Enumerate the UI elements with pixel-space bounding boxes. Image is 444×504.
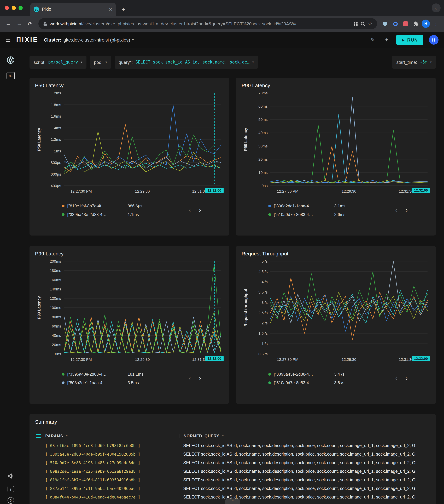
pod-dropdown[interactable]: pod: ▾	[90, 56, 111, 69]
charts-grid: P50 Latency 2ms1.8ms1.6ms1.4ms1.2ms1ms80…	[30, 78, 436, 404]
search-icon[interactable]	[361, 21, 365, 26]
legend-prev-icon[interactable]: ‹	[189, 207, 191, 213]
script-value: px/sql_query	[48, 60, 78, 65]
svg-text:2.5 /s: 2.5 /s	[258, 311, 268, 315]
svg-text:600µs: 600µs	[51, 172, 61, 177]
extension-red-icon[interactable]	[401, 19, 410, 28]
back-button[interactable]: ←	[3, 19, 13, 29]
p90-latency-chart[interactable]: 70ms60ms50ms40ms30ms20ms10ms0ns12:27:30 …	[241, 90, 430, 200]
svg-text:1.6ms: 1.6ms	[51, 114, 61, 118]
svg-text:12:29:30: 12:29:30	[342, 357, 356, 362]
table-row[interactable]: [ 808a2de1-1aaa-4c25-a9b9-6612e8f29a38 ]…	[35, 467, 430, 475]
browser-menu-icon[interactable]: ⋮	[431, 21, 441, 27]
browser-toolbar: ← → ⟳ work.withpixie.ai/live/clusters/gk…	[0, 16, 444, 32]
svg-text:12:32:00: 12:32:00	[414, 188, 428, 192]
legend-next-icon[interactable]: ›	[406, 375, 408, 381]
extension-shield-icon[interactable]	[380, 19, 390, 28]
chevron-down-icon: ▾	[105, 60, 107, 64]
window-minimize-button[interactable]	[12, 6, 16, 10]
svg-text:1ms: 1ms	[54, 149, 61, 153]
svg-text:100ms: 100ms	[50, 306, 61, 310]
table-row[interactable]: [ 819e1fbf-8b7e-4f6d-811f-693534916a8b ]…	[35, 475, 430, 484]
start-time-dropdown[interactable]: start_time: -5m ▾	[392, 56, 436, 69]
chevron-down-icon: ▾	[132, 38, 134, 41]
legend-value: 3.4 /s	[334, 372, 344, 377]
p50-latency-chart[interactable]: 2ms1.8ms1.6ms1.4ms1.2ms1ms800µs600µs400µ…	[35, 90, 224, 200]
legend-value: 886.6µs	[128, 203, 142, 208]
tab-groups-icon[interactable]	[354, 21, 358, 26]
table-row[interactable]: [ 3395a43e-2d88-40de-b95f-e00e1502085b ]…	[35, 450, 430, 458]
legend-next-icon[interactable]: ›	[199, 207, 201, 213]
svg-text:0ns: 0ns	[55, 352, 61, 356]
param-cell: [ 510a0d7e-8e83-4193-b483-e27e09ddc34d ]	[45, 460, 179, 465]
script-label: script:	[34, 60, 46, 65]
table-menu-icon[interactable]	[36, 434, 41, 438]
legend-prev-icon[interactable]: ‹	[395, 375, 397, 381]
svg-text:1.4ms: 1.4ms	[51, 126, 61, 130]
bookmark-star-icon[interactable]: ☆	[368, 21, 372, 26]
column-header-params[interactable]: PARAMS ⌃	[45, 434, 179, 438]
url-bar[interactable]: work.withpixie.ai/live/clusters/gke_pl-p…	[38, 18, 377, 29]
svg-text:160ms: 160ms	[50, 278, 61, 282]
legend-value: 1.1ms	[128, 212, 139, 217]
svg-text:2ms: 2ms	[54, 91, 61, 95]
drawer-expand-button[interactable]: ⌃	[225, 499, 240, 504]
user-avatar[interactable]: H	[429, 35, 439, 45]
cluster-selector[interactable]: Cluster: gke:dev-cluster-htroisi (pl-pix…	[44, 37, 134, 42]
script-dropdown[interactable]: script: px/sql_query ▾	[30, 56, 86, 69]
legend-next-icon[interactable]: ›	[199, 375, 201, 381]
param-cell: [ 819e1fbf-8b7e-4f6d-811f-693534916a8b ]	[45, 477, 179, 482]
query-dropdown[interactable]: query*: SELECT sock.sock_id AS id, sock.…	[115, 56, 258, 69]
legend-dot	[268, 381, 271, 384]
normed-query-cell: SELECT sock.sock_id AS id, sock.name, so…	[179, 486, 430, 491]
table-row[interactable]: [ 03fef6ac-1896-4ce8-bd69-b798f85c6e0b ]…	[35, 441, 430, 450]
request-throughput-chart[interactable]: 5 /s4.5 /s4 /s3.5 /s3 /s2.5 /s2 /s1.5 /s…	[241, 258, 430, 368]
edit-script-icon[interactable]: ✎	[369, 37, 377, 43]
p99-latency-chart[interactable]: 200ms180ms160ms140ms120ms100ms80ms60ms40…	[35, 258, 224, 368]
shortcuts-info-icon[interactable]: i	[7, 486, 14, 492]
svg-text:180ms: 180ms	[50, 269, 61, 273]
p90-latency-panel: P90 Latency 70ms60ms50ms40ms30ms20ms10ms…	[236, 78, 436, 235]
svg-text:0.5 /s: 0.5 /s	[258, 352, 268, 356]
svg-text:20ms: 20ms	[52, 343, 61, 347]
column-header-normed-query[interactable]: NORMED_QUERY ⌃	[179, 434, 430, 438]
run-button[interactable]: ▶ RUN	[396, 35, 423, 45]
extensions-puzzle-icon[interactable]	[411, 19, 420, 28]
summary-title: Summary	[35, 419, 430, 425]
svg-text:0ns: 0ns	[262, 184, 268, 188]
table-row[interactable]: [ 510a0d7e-8e83-4193-b483-e27e09ddc34d ]…	[35, 458, 430, 467]
cluster-helm-icon[interactable]	[6, 56, 15, 66]
tab-close-icon[interactable]: ✕	[109, 7, 113, 12]
help-icon[interactable]: ?	[7, 497, 14, 504]
legend-prev-icon[interactable]: ‹	[189, 375, 191, 381]
param-cell: [ 3395a43e-2d88-40de-b95f-e00e1502085b ]	[45, 452, 179, 456]
new-tab-button[interactable]: +	[121, 6, 125, 13]
legend-dot	[62, 213, 65, 216]
svg-text:140ms: 140ms	[50, 287, 61, 291]
reload-button[interactable]: ⟳	[25, 19, 35, 29]
browser-profile-avatar[interactable]: H	[422, 19, 430, 28]
sparkle-icon[interactable]: ✦	[382, 37, 391, 43]
browser-tab[interactable]: π Pixie ✕	[30, 3, 116, 16]
announcement-icon[interactable]	[7, 472, 14, 481]
svg-text:30ms: 30ms	[258, 144, 268, 148]
legend-name: ["510a0d7e-8e83-4…	[274, 212, 331, 217]
namespace-icon[interactable]: ns	[6, 72, 15, 79]
legend-prev-icon[interactable]: ‹	[395, 207, 397, 213]
chevron-down-icon: ▾	[430, 60, 432, 64]
hamburger-menu-icon[interactable]: ☰	[5, 36, 11, 43]
window-close-button[interactable]	[5, 6, 9, 10]
legend-next-icon[interactable]: ›	[406, 207, 408, 213]
svg-text:60ms: 60ms	[52, 324, 61, 328]
window-zoom-button[interactable]	[18, 6, 23, 10]
cluster-label: Cluster:	[44, 37, 61, 42]
extension-circle-icon[interactable]	[391, 19, 400, 28]
svg-text:2 /s: 2 /s	[262, 321, 268, 325]
forward-button[interactable]: →	[14, 19, 24, 29]
window-controls	[5, 6, 23, 10]
svg-text:5 /s: 5 /s	[262, 259, 268, 264]
pixie-logo[interactable]: ΠIXIE	[16, 36, 38, 44]
tab-search-chevron-icon[interactable]: ⌄	[432, 3, 441, 12]
table-row[interactable]: [ 837ab141-399e-4c1f-9abc-bace40296bac ]…	[35, 484, 430, 493]
chart-legend: ["3395a43e-2d88-4… 3.4 /s ["510a0d7e-8e8…	[241, 370, 430, 387]
